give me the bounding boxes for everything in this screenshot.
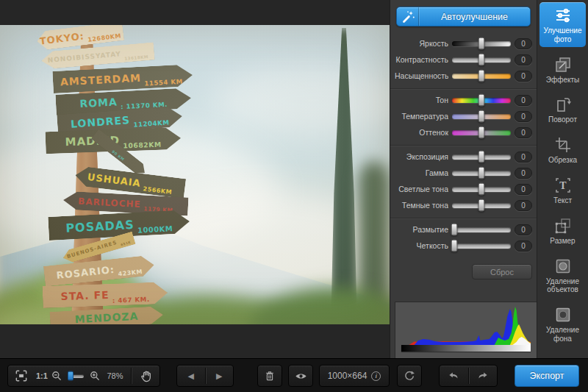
- slider-handle[interactable]: [478, 199, 485, 212]
- slider-value-box[interactable]: 0: [514, 111, 532, 122]
- slider-value-box[interactable]: 0: [514, 240, 532, 252]
- slider-value-box[interactable]: 0: [514, 38, 532, 49]
- slider-handle[interactable]: [478, 110, 485, 123]
- slider-handle[interactable]: [478, 54, 485, 66]
- slider-row-Экспозиция: Экспозиция0: [390, 149, 537, 165]
- histogram-tone-gradient: [401, 345, 531, 352]
- slider-row-Яркость: Яркость0: [390, 35, 537, 51]
- sign-distance: 10682KM: [123, 140, 162, 150]
- slider-handle[interactable]: [478, 151, 485, 163]
- slider-handle[interactable]: [478, 70, 485, 82]
- zoom-percent-value: 78%: [102, 371, 127, 380]
- bottom-toolbar: 1:1 78%: [0, 358, 588, 392]
- sign-city-name: AMSTERDAM: [60, 72, 141, 88]
- slider-value-box[interactable]: 0: [514, 152, 532, 163]
- slider-track-plain[interactable]: [452, 227, 511, 232]
- slider-handle[interactable]: [478, 38, 485, 50]
- zoom-out-icon[interactable]: [49, 366, 64, 386]
- sidebar-item-label: Улучшениефото: [540, 26, 585, 44]
- slider-value-box[interactable]: 0: [514, 184, 532, 195]
- sign-city-name: ROSARIO:: [56, 263, 115, 280]
- reset-button[interactable]: Сброс: [472, 264, 532, 279]
- info-icon[interactable]: i: [371, 371, 381, 381]
- slider-label: Экспозиция: [395, 152, 448, 161]
- slider-track-hue[interactable]: [452, 98, 511, 103]
- slider-handle[interactable]: [451, 240, 458, 252]
- sign-sta-fe: STA. FE: 467 KM.: [43, 282, 168, 308]
- slider-track-brightness[interactable]: [452, 41, 511, 46]
- slider-track-plain[interactable]: [452, 243, 511, 249]
- object-removal-icon: [540, 257, 585, 276]
- slider-track-plain[interactable]: [452, 57, 511, 63]
- slider-track-plain[interactable]: [452, 203, 511, 208]
- slider-groups: Яркость0Контрастность0Насыщенность0Тон0Т…: [390, 32, 537, 258]
- slider-value-box[interactable]: 0: [514, 127, 532, 138]
- slider-value-box[interactable]: 0: [514, 95, 532, 106]
- slider-handle[interactable]: [478, 167, 485, 179]
- undo-icon[interactable]: [440, 366, 468, 386]
- slider-value-box[interactable]: 0: [514, 54, 532, 65]
- slider-value-box[interactable]: 0: [514, 224, 532, 235]
- slider-row-Контрастность: Контрастность0: [390, 51, 537, 68]
- image-size-group: 1000×664 i: [319, 365, 390, 387]
- sign-city-name: TOKYO:: [39, 30, 85, 46]
- slider-label: Темные тона: [395, 201, 448, 210]
- eye-icon[interactable]: [294, 366, 308, 386]
- previous-image-button[interactable]: ◀: [177, 371, 205, 381]
- hand-tool-button[interactable]: [134, 366, 159, 386]
- slider-label: Яркость: [395, 39, 448, 48]
- redo-icon[interactable]: [469, 366, 498, 386]
- sidebar-item-object-removal[interactable]: Удалениеобъектов: [539, 253, 586, 298]
- undo-redo-group: [439, 365, 498, 387]
- histogram-display: [395, 302, 537, 358]
- trash-icon[interactable]: [263, 366, 276, 386]
- slider-track-plain[interactable]: [452, 154, 511, 160]
- sign-distance: : 467 KM.: [112, 296, 150, 304]
- sidebar-item-label: Эффекты: [540, 76, 585, 85]
- slider-track-temperature[interactable]: [452, 114, 511, 119]
- slider-label: Четкость: [395, 241, 448, 250]
- zoom-in-icon[interactable]: [87, 366, 102, 386]
- sidebar-item-label: Поворот: [540, 115, 585, 124]
- sidebar-item-text[interactable]: TТекст: [539, 172, 586, 208]
- sidebar-item-crop[interactable]: Обрезка: [539, 132, 586, 168]
- slider-handle[interactable]: [478, 126, 485, 139]
- slider-track-tint[interactable]: [452, 130, 511, 135]
- sidebar-item-effects[interactable]: Эффекты: [539, 51, 586, 88]
- slider-group-2: Тон0Температура0Оттенок0: [390, 89, 537, 146]
- histogram-curves: [401, 307, 531, 345]
- preview-original-group: [288, 365, 313, 387]
- slider-handle[interactable]: [451, 224, 458, 236]
- actual-size-button[interactable]: 1:1: [35, 371, 49, 380]
- slider-value-box[interactable]: 0: [514, 200, 532, 211]
- fit-screen-button[interactable]: [8, 366, 35, 386]
- slider-track-saturation[interactable]: [452, 74, 511, 79]
- slider-value-box[interactable]: 0: [514, 168, 532, 179]
- sidebar-item-background-removal[interactable]: Удалениефона: [539, 302, 586, 346]
- slider-track-plain[interactable]: [452, 187, 511, 192]
- next-image-button[interactable]: ▶: [205, 371, 233, 381]
- adjustments-panel: Автоулучшение Яркость0Контрастность0Насы…: [390, 0, 537, 358]
- sign-distance: 11204KM: [133, 118, 170, 128]
- slider-value-box[interactable]: 0: [514, 71, 532, 82]
- revert-icon[interactable]: [403, 366, 416, 386]
- sidebar-item-enhance[interactable]: Улучшениефото: [539, 2, 586, 47]
- sidebar-item-rotate[interactable]: Поворот: [539, 91, 586, 127]
- slider-handle[interactable]: [478, 183, 485, 196]
- sign-city-name: LONDRES: [71, 114, 131, 130]
- sign-city-name: POSADAS: [65, 217, 135, 235]
- slider-handle[interactable]: [478, 94, 485, 107]
- crop-icon: [540, 135, 585, 154]
- photo-canvas[interactable]: TOKYO:12680KMNONOIBISSYATAY13618KMAMSTER…: [0, 25, 390, 324]
- slider-track-plain[interactable]: [452, 171, 511, 176]
- image-stage: TOKYO:12680KMNONOIBISSYATAY13618KMAMSTER…: [0, 0, 390, 358]
- sign-city-name: MENDOZA: [74, 310, 138, 324]
- effects-icon: [540, 55, 585, 74]
- export-button[interactable]: Экспорт: [514, 365, 579, 387]
- rotate-icon: [540, 95, 585, 114]
- magic-wand-icon: [397, 7, 419, 26]
- zoom-slider-handle[interactable]: [68, 371, 74, 381]
- sidebar-item-resize[interactable]: Размер: [539, 213, 586, 249]
- zoom-slider[interactable]: [68, 374, 85, 378]
- auto-enhance-button[interactable]: Автоулучшение: [396, 7, 531, 26]
